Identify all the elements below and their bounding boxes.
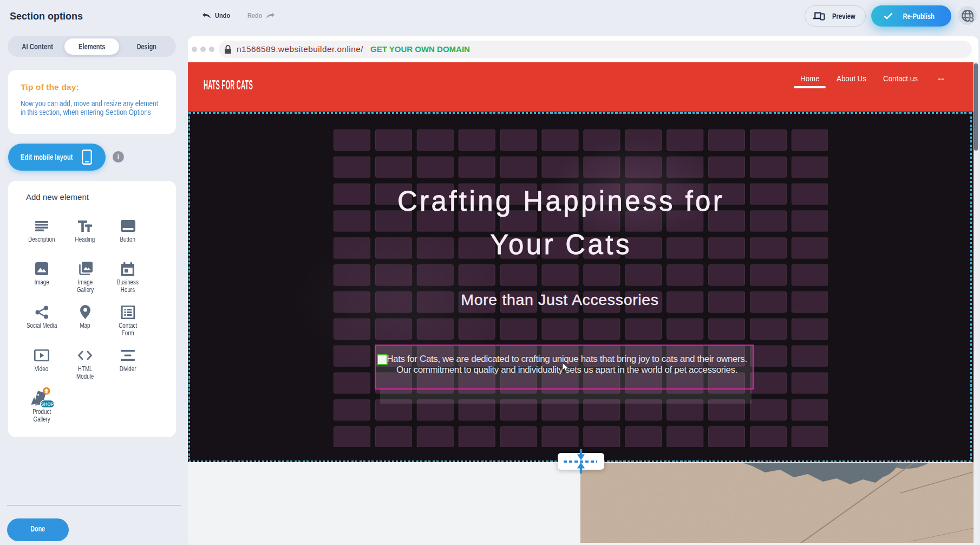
svg-text:SHOP: SHOP <box>41 401 54 407</box>
